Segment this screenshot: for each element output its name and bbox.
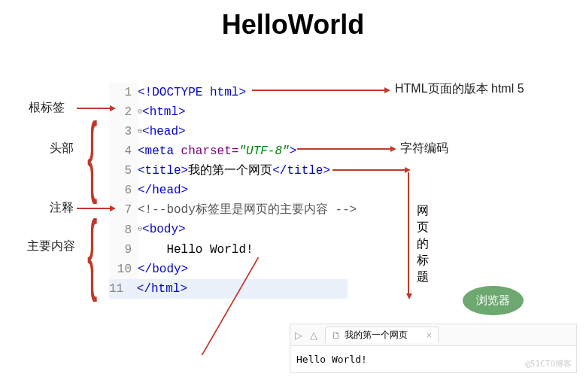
brace-head-icon: { <box>87 109 97 199</box>
label-comment: 注释 <box>50 200 74 216</box>
label-charset: 字符编码 <box>400 141 448 156</box>
code-line-9: 9 Hello World! <box>109 240 357 260</box>
slide-title: HelloWorld <box>0 0 586 41</box>
page-content: Hello World! <box>296 354 367 365</box>
label-browser-bubble: 浏览器 <box>463 286 524 315</box>
watermark: @51CTO博客 <box>525 358 572 369</box>
code-line-4: 4<meta charset="UTF-8"> <box>109 141 357 161</box>
code-line-6: 6</head> <box>109 181 357 200</box>
label-page-title: 网页的标题 <box>416 202 430 285</box>
label-main-content: 主要内容 <box>27 239 75 254</box>
page-icon: 🗋 <box>332 330 341 341</box>
arrow-version <box>252 90 387 91</box>
label-root-tag: 根标签 <box>29 100 65 116</box>
arrow-charset <box>297 148 393 150</box>
code-line-2: 2⊖<html> <box>109 102 357 122</box>
close-tab-icon[interactable]: × <box>427 330 432 341</box>
label-head: 头部 <box>50 141 74 156</box>
brace-body-icon: { <box>87 207 97 297</box>
code-line-7: 7<!--body标签里是网页的主要内容 --> <box>109 200 357 220</box>
label-version: HTML页面的版本 html 5 <box>395 81 524 97</box>
browser-window: ▷ △ 🗋 我的第一个网页 × Hello World! @51CTO博客 <box>290 324 577 373</box>
refresh-icon[interactable]: △ <box>310 330 317 341</box>
code-line-3: 3⊖<head> <box>109 122 357 141</box>
arrow-page-title-h <box>332 169 408 171</box>
code-line-1: 1<!DOCTYPE html> <box>109 83 357 102</box>
arrow-page-title <box>408 172 409 296</box>
back-icon[interactable]: ▷ <box>295 330 302 341</box>
browser-tabbar: ▷ △ 🗋 我的第一个网页 × <box>290 324 576 346</box>
browser-tab[interactable]: 🗋 我的第一个网页 × <box>325 327 439 343</box>
code-line-8: 8⊖<body> <box>109 220 357 239</box>
tab-title: 我的第一个网页 <box>345 329 408 342</box>
browser-body: Hello World! @51CTO博客 <box>290 346 576 372</box>
code-line-5: 5<title>我的第一个网页</title> <box>109 161 357 181</box>
